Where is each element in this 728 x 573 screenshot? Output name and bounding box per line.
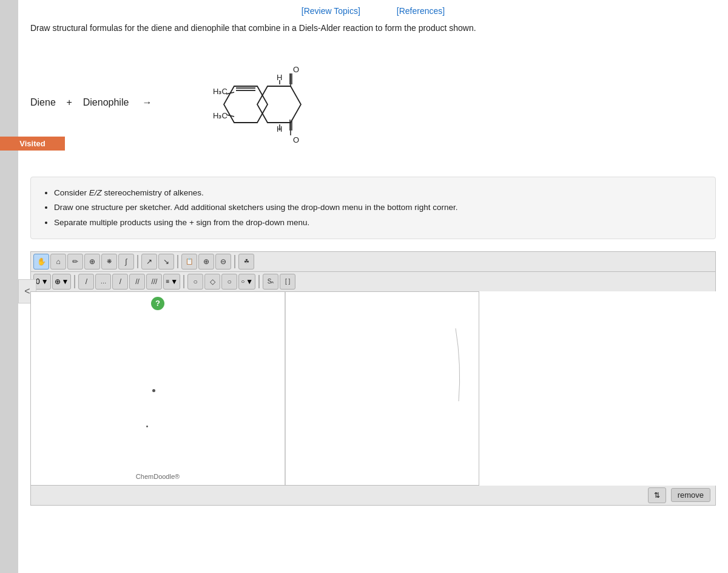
bond-style-arrow: ▼ xyxy=(170,277,178,286)
separator6 xyxy=(258,275,260,288)
wedge-bond[interactable]: … xyxy=(95,274,111,290)
toolbar-row1: ✋ ⌂ ✏ ⊕ ❋ ∫ ↗ ↘ 📋 ⊕ ⊖ ☘ xyxy=(30,251,716,271)
freehand-tool[interactable]: ∫ xyxy=(118,254,134,270)
hints-box: Consider E/Z stereochemistry of alkenes.… xyxy=(30,177,716,239)
sketch-left-panel[interactable]: ? ChemDoodle® xyxy=(31,292,286,485)
diamond-shape[interactable]: ◇ xyxy=(204,274,220,290)
zoom-in[interactable]: ⊕ xyxy=(198,254,214,270)
help-button[interactable]: ? xyxy=(151,297,164,310)
hint-3: Separate multiple products using the + s… xyxy=(54,215,704,230)
hints-list: Consider E/Z stereochemistry of alkenes.… xyxy=(42,186,704,230)
double-bond[interactable]: / xyxy=(112,274,128,290)
ring-tool[interactable]: ⊕ xyxy=(84,254,100,270)
main-content: [Review Topics] [References] Draw struct… xyxy=(18,0,728,573)
hint-2: Draw one structure per sketcher. Add add… xyxy=(54,200,704,215)
separator2 xyxy=(177,255,178,268)
bracket-tool[interactable]: [ ] xyxy=(280,274,295,290)
sketch-bottom-bar: ⇅ remove xyxy=(30,486,716,506)
diene-label: Diene xyxy=(30,97,56,107)
diene-dienophile-label: Diene + Dienophile → xyxy=(30,97,152,108)
clean-tool[interactable]: ☘ xyxy=(238,254,254,270)
copy-tool[interactable]: 📋 xyxy=(181,254,197,270)
select-tool[interactable]: ✋ xyxy=(33,254,49,270)
molecule-svg: H₃C H₃C H H O O xyxy=(201,47,322,156)
reaction-area: Diene + Dienophile → H₃C H₃C H H xyxy=(30,47,716,158)
bond-circle: ⊕ xyxy=(55,277,61,286)
single-bond[interactable]: / xyxy=(78,274,94,290)
bond-style-dropdown[interactable]: ≡ ▼ xyxy=(163,274,180,290)
sn-tool[interactable]: Sₙ xyxy=(263,274,278,290)
bond-line3[interactable]: /// xyxy=(146,274,162,290)
separator4 xyxy=(74,275,75,288)
rotate-right[interactable]: ↘ xyxy=(158,254,174,270)
review-topics-link[interactable]: [Review Topics] xyxy=(302,6,360,16)
remove-button[interactable]: remove xyxy=(671,488,710,502)
hexagon-shape[interactable]: ○ xyxy=(221,274,237,290)
updown-icon: ⇅ xyxy=(654,491,660,500)
bond-style-icon: ≡ xyxy=(166,278,169,285)
page-wrapper: Visited < [Review Topics] [References] D… xyxy=(0,0,728,573)
svg-text:O: O xyxy=(293,135,299,144)
right-panel-svg xyxy=(286,292,479,485)
svg-text:O: O xyxy=(293,65,299,74)
shape-dropdown[interactable]: ○ ▼ xyxy=(238,274,255,290)
sketch-canvas[interactable]: ? ChemDoodle® xyxy=(30,291,479,486)
rotate-left[interactable]: ↗ xyxy=(141,254,157,270)
help-icon: ? xyxy=(155,299,160,308)
left-sidebar: Visited xyxy=(0,0,18,573)
circle-shape[interactable]: ○ xyxy=(187,274,203,290)
svg-text:H₃C: H₃C xyxy=(213,87,228,96)
plus-label: + xyxy=(67,97,72,107)
question-text: Draw structural formulas for the diene a… xyxy=(30,22,716,35)
arrow-symbol: → xyxy=(143,97,152,107)
svg-text:H₃C: H₃C xyxy=(213,111,228,120)
zoom-out[interactable]: ⊖ xyxy=(215,254,231,270)
template-tool[interactable]: ❋ xyxy=(101,254,117,270)
chemdoodle-label: ChemDoodle® xyxy=(136,473,180,480)
dienophile-label: Dienophile xyxy=(83,97,129,107)
canvas-dot1 xyxy=(152,389,155,392)
separator5 xyxy=(183,275,184,288)
bond-line2[interactable]: // xyxy=(129,274,145,290)
sketch-inner: ? ChemDoodle® xyxy=(31,292,479,485)
visited-label: Visited xyxy=(0,137,65,151)
shape-arrow: ▼ xyxy=(246,277,253,286)
product-molecule: H₃C H₃C H H O O xyxy=(201,47,322,158)
sketcher-container: ✋ ⌂ ✏ ⊕ ❋ ∫ ↗ ↘ 📋 ⊕ ⊖ ☘ 0 xyxy=(30,251,716,506)
dropdown-arrow: ▼ xyxy=(41,277,49,286)
svg-marker-11 xyxy=(224,86,268,123)
back-icon: < xyxy=(24,286,30,297)
canvas-dot2 xyxy=(146,426,148,427)
pencil-tool[interactable]: ✏ xyxy=(67,254,83,270)
shape-icon: ○ xyxy=(241,278,244,285)
sketch-right-panel[interactable] xyxy=(286,292,479,485)
up-down-control[interactable]: ⇅ xyxy=(648,487,666,503)
home-tool[interactable]: ⌂ xyxy=(50,254,66,270)
separator3 xyxy=(234,255,235,268)
references-link[interactable]: [References] xyxy=(397,6,445,16)
bond-type-dropdown[interactable]: ⊕ ▼ xyxy=(52,274,72,290)
separator1 xyxy=(137,255,138,268)
atom-number-value: 0 xyxy=(36,277,40,286)
bond-dropdown-arrow: ▼ xyxy=(62,277,69,286)
top-links: [Review Topics] [References] xyxy=(30,6,716,16)
svg-marker-10 xyxy=(257,86,301,123)
hint-1: Consider E/Z stereochemistry of alkenes. xyxy=(54,186,704,200)
toolbar-row2: 0 ▼ ⊕ ▼ / … / // /// ≡ ▼ ○ xyxy=(30,271,716,291)
